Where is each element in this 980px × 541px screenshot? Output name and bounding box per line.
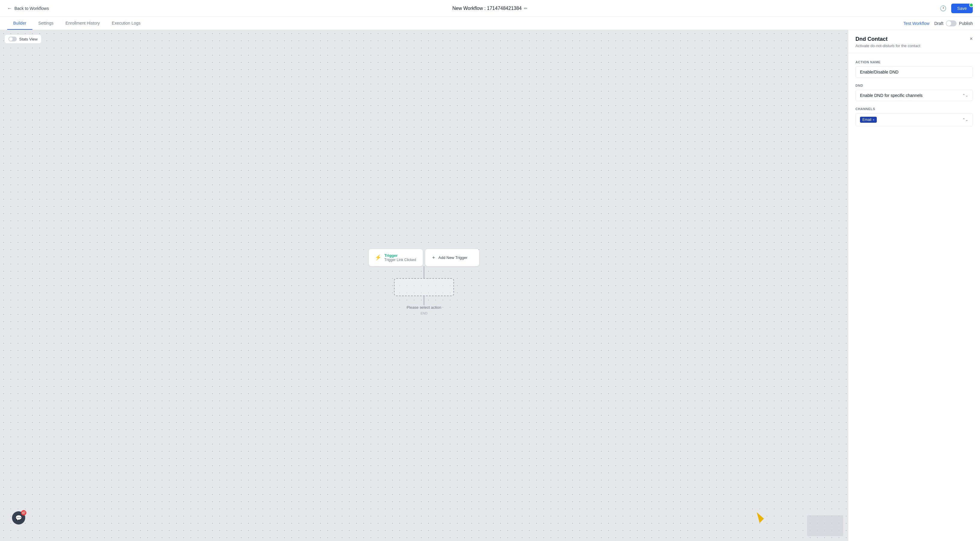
action-placeholder-box bbox=[394, 278, 454, 296]
stats-view-toggle[interactable]: Stats View bbox=[5, 35, 41, 43]
connector bbox=[394, 266, 454, 305]
workflow-title-text: New Workflow : 1714748421384 bbox=[452, 6, 522, 11]
channels-field-group: CHANNELS Email × ⌃⌄ bbox=[856, 107, 973, 126]
action-name-input[interactable] bbox=[856, 66, 973, 78]
main-container: Stats View ⚡ Trigger Trigger Link Clicke… bbox=[0, 30, 980, 541]
panel-title: Dnd Contact bbox=[856, 36, 920, 42]
stats-view-label: Stats View bbox=[19, 37, 38, 41]
header-right-actions: 🕐 Save bbox=[940, 3, 973, 13]
mini-map[interactable] bbox=[807, 515, 843, 536]
tab-builder[interactable]: Builder bbox=[7, 17, 32, 30]
channels-label: CHANNELS bbox=[856, 107, 973, 111]
dnd-field-group: DND Enable DND for specific channels ⌃⌄ bbox=[856, 84, 973, 101]
action-name-label: ACTION NAME bbox=[856, 60, 973, 64]
connector-line-bottom bbox=[424, 296, 424, 305]
chat-badge-count: 47 bbox=[21, 510, 26, 516]
stats-toggle-switch[interactable] bbox=[8, 37, 17, 41]
trigger-title: Trigger bbox=[384, 253, 416, 258]
dnd-label: DND bbox=[856, 84, 973, 88]
workflow-title-section: New Workflow : 1714748421384 ✏ bbox=[452, 6, 528, 11]
panel-close-button[interactable]: × bbox=[969, 36, 973, 41]
edit-workflow-icon[interactable]: ✏ bbox=[524, 6, 528, 11]
trigger-subtitle: Trigger Link Clicked bbox=[384, 258, 416, 262]
email-tag-close-icon[interactable]: × bbox=[873, 118, 874, 121]
history-icon[interactable]: 🕐 bbox=[940, 5, 947, 12]
trigger-node[interactable]: ⚡ Trigger Trigger Link Clicked bbox=[369, 249, 423, 266]
tabs-bar: Builder Settings Enrollment History Exec… bbox=[0, 17, 980, 30]
email-tag-label: Email bbox=[862, 118, 871, 122]
tab-settings[interactable]: Settings bbox=[32, 17, 60, 30]
end-label: END bbox=[418, 310, 430, 315]
chat-icon: 💬 bbox=[15, 515, 22, 521]
right-panel: Dnd Contact Activate do-not-disturb for … bbox=[848, 30, 980, 541]
panel-header: Dnd Contact Activate do-not-disturb for … bbox=[848, 30, 980, 53]
draft-toggle-group: Draft Publish bbox=[934, 21, 973, 26]
end-node: Please select action END bbox=[407, 305, 441, 315]
header: ← Back to Workflows New Workflow : 17147… bbox=[0, 0, 980, 17]
email-channel-tag[interactable]: Email × bbox=[860, 117, 877, 123]
channel-tags-inner: Email × bbox=[860, 117, 877, 123]
back-to-workflows-button[interactable]: ← Back to Workflows bbox=[7, 6, 49, 11]
trigger-text: Trigger Trigger Link Clicked bbox=[384, 253, 416, 262]
dnd-select-value: Enable DND for specific channels bbox=[860, 93, 923, 98]
workflow-area: ⚡ Trigger Trigger Link Clicked ＋ Add New… bbox=[369, 249, 479, 315]
test-workflow-button[interactable]: Test Workflow bbox=[904, 21, 929, 26]
cursor-accent bbox=[757, 512, 764, 523]
channels-tags-container[interactable]: Email × ⌃⌄ bbox=[856, 113, 973, 126]
workflow-canvas[interactable]: Stats View ⚡ Trigger Trigger Link Clicke… bbox=[0, 30, 848, 541]
dnd-select-arrow-icon: ⌃⌄ bbox=[962, 93, 968, 97]
add-trigger-plus-icon: ＋ bbox=[431, 254, 436, 261]
back-to-workflows-label: Back to Workflows bbox=[14, 6, 49, 11]
draft-label: Draft bbox=[934, 21, 943, 26]
add-trigger-label: Add New Trigger bbox=[438, 255, 468, 259]
channels-select-arrow-icon: ⌃⌄ bbox=[962, 118, 968, 122]
tab-execution-logs[interactable]: Execution Logs bbox=[106, 17, 147, 30]
save-button[interactable]: Save bbox=[951, 3, 973, 13]
workflow-title: New Workflow : 1714748421384 ✏ bbox=[452, 6, 528, 11]
panel-description: Activate do-not-disturb for the contact bbox=[856, 43, 920, 48]
draft-publish-toggle[interactable] bbox=[946, 21, 956, 26]
please-select-action-text: Please select action bbox=[407, 305, 441, 309]
trigger-row: ⚡ Trigger Trigger Link Clicked ＋ Add New… bbox=[369, 249, 479, 266]
dnd-select[interactable]: Enable DND for specific channels ⌃⌄ bbox=[856, 90, 973, 101]
back-arrow-icon: ← bbox=[7, 6, 12, 11]
trigger-icon: ⚡ bbox=[375, 254, 381, 261]
tabs-container: Builder Settings Enrollment History Exec… bbox=[7, 17, 146, 29]
tabs-right-section: Test Workflow Draft Publish bbox=[904, 21, 973, 26]
panel-body: ACTION NAME DND Enable DND for specific … bbox=[848, 53, 980, 140]
action-name-field-group: ACTION NAME bbox=[856, 60, 973, 78]
add-trigger-node[interactable]: ＋ Add New Trigger bbox=[425, 249, 479, 266]
connector-line-top bbox=[424, 266, 424, 278]
chat-badge[interactable]: 💬 47 bbox=[12, 511, 25, 525]
panel-title-section: Dnd Contact Activate do-not-disturb for … bbox=[856, 36, 920, 48]
tab-enrollment-history[interactable]: Enrollment History bbox=[59, 17, 106, 30]
publish-label: Publish bbox=[959, 21, 973, 26]
